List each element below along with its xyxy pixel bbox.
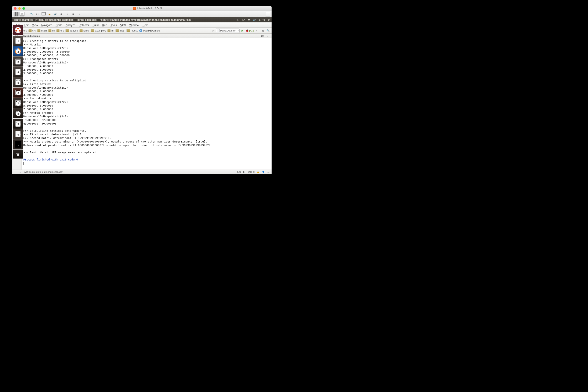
vm-resize-icon[interactable]: ⟷ <box>35 12 40 16</box>
session-indicator[interactable]: ⚙ <box>268 18 270 21</box>
lock-icon[interactable]: 🔓 <box>257 170 260 174</box>
menu-refactor[interactable]: Refactor <box>78 23 90 27</box>
launcher-badge: 5 <box>16 80 21 85</box>
make-button[interactable]: ↓≡ <box>211 29 215 32</box>
vm-usb-icon[interactable]: ⊍ <box>65 12 70 16</box>
launcher-impress[interactable]: 5 <box>13 77 23 87</box>
console-output[interactable]: >>> Creating a matrix to be transposed. … <box>22 38 271 170</box>
launcher-software[interactable]: 6 <box>13 88 23 98</box>
launcher-settings[interactable]: 8 <box>13 108 23 118</box>
mac-titlebar: Ubuntu 64-bit 14.04.5 <box>12 6 271 11</box>
folder-icon <box>38 30 41 32</box>
intellij-icon: IJ <box>15 141 21 148</box>
run-settings-icon[interactable]: ⚙▾ <box>260 34 264 38</box>
dash-button[interactable] <box>13 25 23 35</box>
folder-icon <box>127 30 130 32</box>
stop-button[interactable]: ■ <box>254 29 258 32</box>
file-encoding[interactable]: UTF-8 <box>248 171 255 173</box>
breadcrumb-ml[interactable]: ml <box>107 28 115 33</box>
launcher-badge: 0 <box>16 132 21 137</box>
notifications-icon[interactable]: ▭ <box>267 170 270 174</box>
launcher-amazon[interactable]: 7 <box>13 98 23 108</box>
network-indicator[interactable]: ↑↓ <box>237 18 239 21</box>
vm-pause-button[interactable] <box>14 12 19 16</box>
volume-indicator[interactable]: 🔊 <box>253 18 256 21</box>
run-config-name: MatrixExample <box>23 35 40 37</box>
launcher-firefox[interactable]: 2 <box>13 46 23 56</box>
caret-position[interactable]: 39:1 <box>237 171 241 173</box>
zoom-button[interactable] <box>23 7 25 10</box>
console-area: ▶ ■ 📷 ⏎ ⊞ 📌 ✕ ? ↑ ↓ ⤶ ⇥ 🖶 🗑 >>> Creating… <box>12 38 271 170</box>
menu-vcs[interactable]: VCS <box>119 23 127 27</box>
menu-analyze[interactable]: Analyze <box>64 23 77 27</box>
launcher-badge: 2 <box>16 49 21 54</box>
menu-help[interactable]: Help <box>141 23 149 27</box>
coverage-button[interactable]: ▶⎇ <box>250 29 253 32</box>
ubuntu-logo-icon <box>15 27 21 33</box>
breadcrumb-label: org <box>60 29 64 32</box>
status-message: All files are up-to-date (moments ago) <box>24 171 63 173</box>
structure-button[interactable]: ⊞ <box>261 29 265 32</box>
breadcrumb-label: ml <box>111 29 114 32</box>
launcher-intellij[interactable]: IJ <box>13 139 23 150</box>
menu-run[interactable]: Run <box>101 23 108 27</box>
folder-icon <box>91 30 94 32</box>
breadcrumb-ignite[interactable]: ignite <box>79 28 91 33</box>
launcher-writer[interactable]: 3 <box>13 56 23 66</box>
class-icon: c <box>139 29 142 32</box>
menu-window[interactable]: Window <box>128 23 140 27</box>
svg-rect-0 <box>15 12 16 16</box>
breadcrumb-main[interactable]: main <box>37 28 48 33</box>
traffic-lights <box>14 7 25 10</box>
vm-lock-icon[interactable]: 🔒 <box>47 12 52 16</box>
vm-display-icon[interactable] <box>41 12 46 16</box>
bluetooth-indicator[interactable]: ✱ <box>248 18 250 21</box>
run-config-selector[interactable]: MatrixExample <box>216 28 240 33</box>
breadcrumb-math[interactable]: math <box>115 28 127 33</box>
clock-indicator[interactable]: 17:40 <box>259 18 265 21</box>
launcher-badge: 6 <box>16 91 21 95</box>
menu-navigate[interactable]: Navigate <box>40 23 53 27</box>
minimize-button[interactable] <box>18 7 21 10</box>
launcher-calc[interactable]: 4 <box>13 67 23 77</box>
breadcrumb-org[interactable]: org <box>56 28 65 33</box>
toolbar-right: ↓≡ MatrixExample ▶ 🐞 ▶⎇ ■ ⊞ 🔍 <box>211 28 271 33</box>
vm-sound-icon[interactable]: 🔊 <box>53 12 58 16</box>
vm-camera-icon[interactable]: ◉ <box>59 12 64 16</box>
vm-share-icon[interactable]: ⇄ <box>71 12 76 16</box>
breadcrumb-label: apache <box>70 29 78 32</box>
launcher-files[interactable]: 1 <box>13 36 23 46</box>
menu-tools[interactable]: Tools <box>109 23 118 27</box>
vm-tools-icon[interactable]: 🔧 <box>29 12 34 16</box>
menu-build[interactable]: Build <box>91 23 100 27</box>
breadcrumb-examples[interactable]: examples <box>91 28 107 33</box>
todo-icon[interactable]: ☰ <box>19 170 22 174</box>
trash-button[interactable]: 🗑 <box>13 150 23 158</box>
debug-button[interactable]: 🐞 <box>245 29 249 32</box>
inspector-icon[interactable]: 👤 <box>262 170 265 174</box>
breadcrumb-src[interactable]: src <box>28 28 37 33</box>
keyboard-indicator[interactable]: En <box>242 18 245 21</box>
breadcrumb-label: main <box>41 29 47 32</box>
breadcrumb-label: math <box>120 29 125 32</box>
ubuntu-icon <box>133 7 136 10</box>
vm-snapshot-button[interactable] <box>20 12 25 16</box>
vm-fullscreen-button[interactable]: ⛶ <box>265 12 270 16</box>
folder-icon <box>66 30 69 32</box>
vm-network-icon[interactable]: ◃ <box>77 12 82 16</box>
breadcrumb-ml[interactable]: ml <box>48 28 56 33</box>
line-separator[interactable]: LF <box>243 171 246 173</box>
breadcrumb-apache[interactable]: apache <box>65 28 79 33</box>
launcher-terminal[interactable]: 9 <box>13 118 23 129</box>
folder-icon <box>57 30 60 32</box>
menu-code[interactable]: Code <box>54 23 64 27</box>
launcher-libreoffice[interactable]: 0 <box>13 129 23 139</box>
run-button[interactable]: ▶ <box>240 29 244 32</box>
run-hide-icon[interactable]: ⭳ <box>266 34 270 38</box>
breadcrumb-matrixexample[interactable]: cMatrixExample <box>139 28 161 33</box>
close-button[interactable] <box>14 7 17 10</box>
tool-windows-icon[interactable]: ▫ <box>14 170 17 174</box>
breadcrumb-matrix[interactable]: matrix <box>127 28 139 33</box>
menu-view[interactable]: View <box>31 23 39 27</box>
search-button[interactable]: 🔍 <box>266 29 270 32</box>
